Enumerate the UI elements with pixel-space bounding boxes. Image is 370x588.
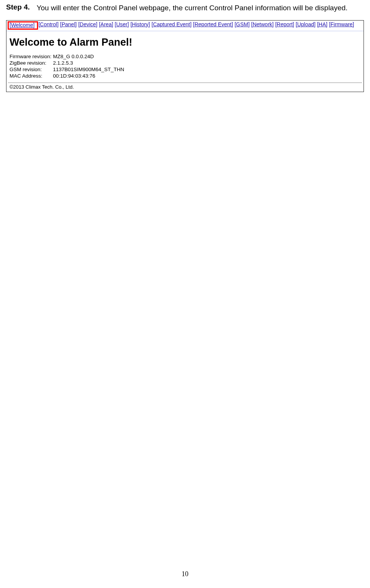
gsm-label: GSM revision:	[10, 67, 53, 73]
nav-link-control[interactable]: [Control]	[38, 21, 59, 30]
nav-link-reported-event[interactable]: [Reported Event]	[193, 21, 233, 30]
firmware-label: Firmware revision:	[10, 54, 53, 60]
firmware-value: MZ8_G 0.0.0.24D	[53, 54, 126, 60]
table-row: MAC Address: 00:1D:94:03:43:76	[10, 73, 126, 79]
zigbee-value: 2.1.2.5.3	[53, 60, 126, 67]
nav-link-panel[interactable]: [Panel]	[60, 21, 77, 30]
gsm-value: 1137B01SIM900M64_ST_THN	[53, 67, 126, 73]
nav-link-device[interactable]: [Device]	[78, 21, 97, 30]
info-table: Firmware revision: MZ8_G 0.0.0.24D ZigBe…	[10, 54, 126, 79]
nav-link-captured-event[interactable]: [Captured Event]	[152, 21, 191, 30]
mac-value: 00:1D:94:03:43:76	[53, 73, 126, 79]
step-row: Step 4. You will enter the Control Panel…	[6, 3, 364, 13]
step-description: You will enter the Control Panel webpage…	[37, 3, 348, 13]
nav-link-history[interactable]: [History]	[131, 21, 150, 30]
nav-bar: [Welcome] [Control] [Panel] [Device] [Ar…	[6, 21, 364, 31]
nav-link-area[interactable]: [Area]	[99, 21, 113, 30]
table-row: ZigBee revision: 2.1.2.5.3	[10, 60, 126, 67]
nav-link-gsm[interactable]: [GSM]	[234, 21, 250, 30]
nav-link-user[interactable]: [User]	[115, 21, 129, 30]
mac-label: MAC Address:	[10, 73, 53, 79]
nav-link-upload[interactable]: [Upload]	[296, 21, 316, 30]
table-row: Firmware revision: MZ8_G 0.0.0.24D	[10, 54, 126, 60]
nav-link-network[interactable]: [Network]	[251, 21, 274, 30]
panel-heading: Welcome to Alarm Panel!	[10, 37, 360, 48]
nav-link-firmware[interactable]: [Firmware]	[329, 21, 354, 30]
nav-link-ha[interactable]: [HA]	[317, 21, 327, 30]
nav-link-welcome[interactable]: [Welcome]	[10, 22, 35, 28]
step-label: Step 4.	[6, 3, 30, 11]
table-row: GSM revision: 1137B01SIM900M64_ST_THN	[10, 67, 126, 73]
copyright-text: ©2013 Climax Tech. Co., Ltd.	[6, 83, 364, 92]
nav-link-report[interactable]: [Report]	[275, 21, 294, 30]
page-number: 10	[0, 570, 370, 578]
control-panel-screenshot: [Welcome] [Control] [Panel] [Device] [Ar…	[6, 20, 364, 92]
zigbee-label: ZigBee revision:	[10, 60, 53, 67]
nav-highlight-box: [Welcome]	[8, 21, 38, 30]
panel-body: Welcome to Alarm Panel! Firmware revisio…	[6, 31, 364, 79]
